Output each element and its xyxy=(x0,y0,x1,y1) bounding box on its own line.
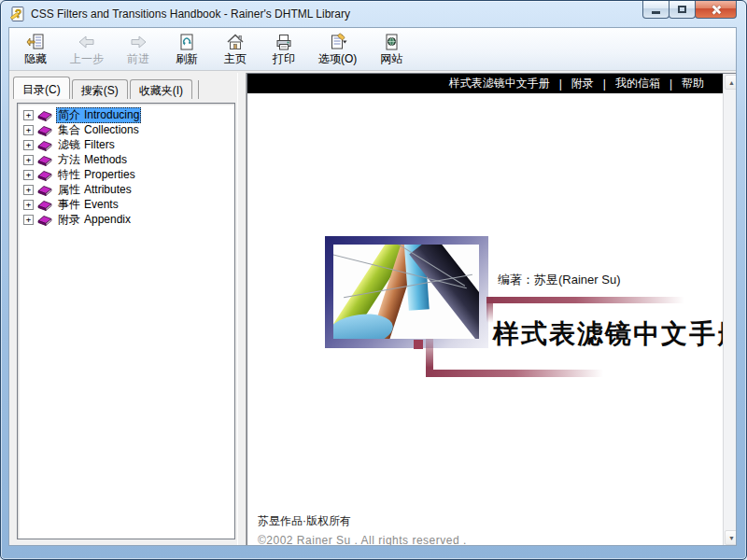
scroll-up-arrow[interactable]: ▲ xyxy=(725,75,737,90)
tree-label-en: Attributes xyxy=(84,183,132,196)
hide-button-label: 隐藏 xyxy=(24,51,47,67)
tree-label-zh: 集合 xyxy=(58,123,80,136)
options-button[interactable]: 选项(O) xyxy=(312,31,363,70)
navigation-pane: 目录(C) 搜索(S) 收藏夹(I) + 简介Introducing + 集合C… xyxy=(9,75,237,545)
forward-button-label: 前进 xyxy=(127,51,149,67)
cover-photo xyxy=(333,245,479,339)
book-icon xyxy=(37,213,52,226)
contents-tree[interactable]: + 简介Introducing + 集合Collections + 滤镜Filt… xyxy=(17,103,235,539)
refresh-button-label: 刷新 xyxy=(176,51,198,67)
copyright-line-zh: 苏昱作品·版权所有 xyxy=(258,513,467,529)
footer: 苏昱作品·版权所有 ©2002 Rainer Su . All rights r… xyxy=(258,513,467,546)
window-title: CSS Filters and Transitions Handbook - R… xyxy=(31,7,350,21)
website-button[interactable]: 网站 xyxy=(371,31,412,70)
pane-splitter[interactable] xyxy=(237,73,247,545)
tree-label-en: Filters xyxy=(84,138,115,151)
scroll-down-arrow[interactable]: ▼ xyxy=(725,530,737,545)
back-button-label: 上一步 xyxy=(70,51,104,67)
tree-item-introducing[interactable]: + 简介Introducing xyxy=(21,107,234,122)
hide-pane-icon xyxy=(26,33,45,51)
help-viewer-window: ? CSS Filters and Transitions Handbook -… xyxy=(0,0,747,560)
refresh-icon xyxy=(177,33,196,51)
tree-label-en: Appendix xyxy=(84,213,131,226)
options-icon xyxy=(329,33,347,51)
website-icon xyxy=(382,33,401,51)
expand-plus-icon[interactable]: + xyxy=(23,110,34,120)
print-button[interactable]: 打印 xyxy=(263,31,304,70)
expand-plus-icon[interactable]: + xyxy=(23,125,34,135)
refresh-button[interactable]: 刷新 xyxy=(166,31,207,70)
tree-label-en: Properties xyxy=(84,168,135,181)
home-button-label: 主页 xyxy=(224,51,247,67)
nav-link-handbook[interactable]: 样式表滤镜中文手册 xyxy=(440,76,559,91)
tree-label-en: Events xyxy=(84,198,119,211)
tree-item-label: 事件Events xyxy=(56,197,120,213)
tree-item-filters[interactable]: + 滤镜Filters xyxy=(21,137,234,152)
copyright-line-en: ©2002 Rainer Su . All rights reserved . xyxy=(258,534,467,546)
tree-item-collections[interactable]: + 集合Collections xyxy=(21,122,234,137)
book-icon xyxy=(37,138,52,151)
tree-label-en: Introducing xyxy=(84,108,139,121)
decor-line xyxy=(486,297,493,323)
minimize-button[interactable] xyxy=(642,1,669,19)
tab-contents[interactable]: 目录(C) xyxy=(13,77,70,99)
print-button-label: 打印 xyxy=(273,51,295,67)
tree-label-en: Methods xyxy=(84,153,127,166)
close-button[interactable] xyxy=(695,1,737,19)
tree-item-properties[interactable]: + 特性Properties xyxy=(21,167,234,182)
tree-label-zh: 方法 xyxy=(58,153,80,166)
tab-search[interactable]: 搜索(S) xyxy=(72,79,128,99)
options-button-label: 选项(O) xyxy=(318,51,357,67)
window-body: 隐藏 上一步 前进 刷新 xyxy=(8,27,737,546)
back-button[interactable]: 上一步 xyxy=(63,31,110,70)
tree-item-label: 方法Methods xyxy=(56,152,129,168)
tree-label-zh: 简介 xyxy=(58,108,80,121)
vertical-scrollbar[interactable]: ▲ ▼ xyxy=(723,74,737,546)
forward-button[interactable]: 前进 xyxy=(118,31,159,70)
tree-item-label: 属性Attributes xyxy=(56,182,134,198)
tree-label-zh: 事件 xyxy=(58,198,80,211)
book-icon xyxy=(37,153,52,166)
page-title: 样式表滤镜中文手册 xyxy=(493,316,737,352)
book-icon xyxy=(37,108,52,121)
expand-plus-icon[interactable]: + xyxy=(23,155,34,165)
website-button-label: 网站 xyxy=(380,51,402,67)
cover-photo-frame xyxy=(325,236,488,348)
tabstrip-divider xyxy=(198,80,199,99)
expand-plus-icon[interactable]: + xyxy=(23,215,34,225)
expand-plus-icon[interactable]: + xyxy=(23,170,34,180)
expand-plus-icon[interactable]: + xyxy=(23,140,34,150)
expand-plus-icon[interactable]: + xyxy=(23,200,34,210)
tree-item-methods[interactable]: + 方法Methods xyxy=(21,152,234,167)
tree-item-appendix[interactable]: + 附录Appendix xyxy=(21,212,234,227)
nav-link-appendix[interactable]: 附录 xyxy=(562,76,603,91)
title-bar[interactable]: ? CSS Filters and Transitions Handbook -… xyxy=(1,1,746,27)
back-arrow-icon xyxy=(78,33,96,51)
author-line: 编著：苏昱(Rainer Su) xyxy=(498,272,620,288)
decor-square xyxy=(414,340,423,349)
home-button[interactable]: 主页 xyxy=(215,31,256,70)
book-icon xyxy=(37,123,52,136)
window-controls xyxy=(643,1,737,19)
close-icon xyxy=(711,5,721,15)
tree-label-en: Collections xyxy=(84,123,139,136)
tree-item-label: 集合Collections xyxy=(56,122,141,138)
decor-line xyxy=(486,297,684,303)
tree-label-zh: 特性 xyxy=(58,168,80,181)
maximize-button[interactable] xyxy=(669,1,696,19)
print-icon xyxy=(275,33,293,51)
hide-button[interactable]: 隐藏 xyxy=(15,31,56,70)
minimize-icon xyxy=(652,11,660,14)
nav-link-help[interactable]: 帮助 xyxy=(672,76,713,91)
topic-pane: 样式表滤镜中文手册 | 附录 | 我的信箱 | 帮助 xyxy=(247,73,737,546)
tree-item-events[interactable]: + 事件Events xyxy=(21,197,234,212)
tree-label-zh: 滤镜 xyxy=(58,138,80,151)
tree-item-attributes[interactable]: + 属性Attributes xyxy=(21,182,234,197)
help-app-icon: ? xyxy=(9,6,26,22)
expand-plus-icon[interactable]: + xyxy=(23,185,34,195)
tab-favorites[interactable]: 收藏夹(I) xyxy=(130,79,192,99)
nav-link-mailbox[interactable]: 我的信箱 xyxy=(606,76,669,91)
book-icon xyxy=(37,183,52,196)
tree-label-zh: 附录 xyxy=(58,213,80,226)
tree-item-label: 简介Introducing xyxy=(56,107,141,123)
